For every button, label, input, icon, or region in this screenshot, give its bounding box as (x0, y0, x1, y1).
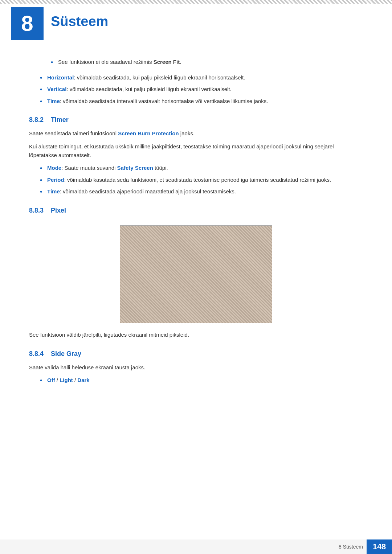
list-item: Time: võimaldab seadistada intervalli va… (40, 97, 363, 106)
time2-term: Time (47, 188, 60, 194)
section-882-title: Timer (51, 116, 69, 124)
para1-before: Saate seadistada taimeri funktsiooni (29, 130, 118, 136)
vertical-term: Vertical (47, 86, 66, 92)
slash1: / (55, 377, 60, 383)
vertical-text: : võimaldab seadistada, kui palju piksle… (66, 86, 231, 92)
section-883-para: See funktsioon väldib järelpilti, liigut… (29, 331, 363, 339)
main-content: See funktsioon ei ole saadaval režiimis … (0, 58, 392, 420)
header-stripe-decoration (0, 0, 392, 4)
para1-after: jaoks. (179, 130, 195, 136)
top-bullet-text-after: . (180, 59, 181, 65)
safety-screen-term: Safety Screen (117, 165, 153, 171)
screen-fit-term: Screen Fit (154, 59, 180, 65)
section-882-para1: Saate seadistada taimeri funktsiooni Scr… (29, 129, 363, 138)
section-884-title: Side Gray (51, 350, 81, 358)
top-bullet-list: See funktsioon ei ole saadaval režiimis … (51, 58, 363, 66)
slash2: / (73, 377, 78, 383)
top-bullet-item: See funktsioon ei ole saadaval režiimis … (51, 58, 363, 66)
list-item: Horizontal: võimaldab seadistada, kui pa… (40, 74, 363, 82)
light-term: Light (60, 377, 73, 383)
list-item: Period: võimaldab kasutada seda funktsio… (40, 176, 363, 184)
section-884-para: Saate valida halli heleduse ekraani taus… (29, 363, 363, 372)
footer-text: 8 Süsteem (339, 544, 367, 550)
section-884-bullet-list: Off / Light / Dark (40, 376, 363, 385)
section-882-para2: Kui alustate toimingut, et kustutada üks… (29, 142, 363, 160)
section-882-number: 8.8.2 (29, 116, 44, 124)
main-bullet-list: Horizontal: võimaldab seadistada, kui pa… (40, 74, 363, 106)
section-884-number: 8.8.4 (29, 350, 44, 358)
horizontal-term: Horizontal (47, 74, 74, 81)
section-883-title: Pixel (51, 207, 66, 214)
off-term: Off (47, 377, 55, 383)
chapter-number: 8 (21, 13, 33, 34)
mode-term: Mode (47, 165, 61, 171)
section-883-heading: 8.8.3 Pixel (29, 207, 363, 214)
chapter-number-box: 8 (11, 7, 44, 40)
page-footer: 8 Süsteem 148 (0, 539, 392, 554)
top-bullet-text-before: See funktsioon ei ole saadaval režiimis (58, 59, 154, 65)
section-884-heading: 8.8.4 Side Gray (29, 350, 363, 358)
screen-burn-term: Screen Burn Protection (118, 130, 179, 136)
section-883-number: 8.8.3 (29, 207, 44, 214)
mode-text-after: tüüpi. (153, 165, 168, 171)
mode-text-before: : Saate muuta suvandi (61, 165, 117, 171)
period-text: : võimaldab kasutada seda funktsiooni, e… (64, 177, 331, 183)
chapter-title: Süsteem (51, 14, 108, 29)
list-item: Off / Light / Dark (40, 376, 363, 385)
time2-text: : võimaldab seadistada ajaperioodi määra… (60, 188, 236, 194)
pixel-image (120, 225, 272, 323)
page-number-box: 148 (367, 539, 392, 554)
period-term: Period (47, 177, 64, 183)
section-882-heading: 8.8.2 Timer (29, 116, 363, 124)
time-text: : võimaldab seadistada intervalli vastav… (60, 98, 268, 104)
list-item: Vertical: võimaldab seadistada, kui palj… (40, 85, 363, 94)
section-882-bullet-list: Mode: Saate muuta suvandi Safety Screen … (40, 164, 363, 196)
chapter-header: 8 Süsteem (0, 0, 392, 40)
list-item: Mode: Saate muuta suvandi Safety Screen … (40, 164, 363, 172)
dark-term: Dark (77, 377, 89, 383)
horizontal-text: : võimaldab seadistada, kui palju piksle… (74, 74, 245, 81)
time-term: Time (47, 98, 60, 104)
pixel-image-container (29, 225, 363, 323)
list-item: Time: võimaldab seadistada ajaperioodi m… (40, 188, 363, 196)
page-number: 148 (373, 542, 386, 551)
